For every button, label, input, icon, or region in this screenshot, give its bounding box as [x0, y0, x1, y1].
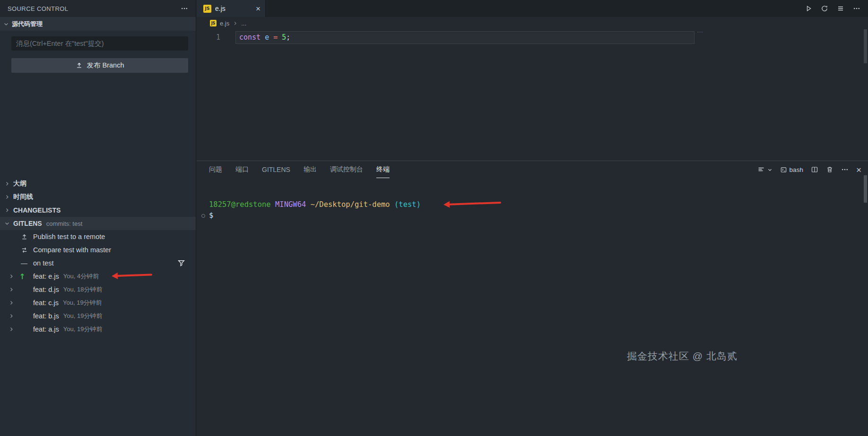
terminal-path: ~/Desktop/git-demo — [311, 200, 390, 209]
bottom-panel: 问题 端口 GITLENS 输出 调试控制台 终端 — [197, 161, 868, 436]
commit-message-input[interactable] — [11, 36, 188, 51]
code-line: const e = 5; — [239, 33, 290, 42]
section-description: commits: test — [46, 220, 83, 227]
commit-row[interactable]: feat: c.js You, 19分钟前 — [0, 296, 196, 309]
more-actions-icon[interactable] — [841, 166, 849, 173]
line-number: 1 — [216, 33, 220, 42]
chevron-right-icon — [8, 313, 15, 319]
commit-label: feat: c.js — [33, 299, 59, 307]
panel-tab-terminal[interactable]: 终端 — [376, 161, 390, 178]
section-label: 时间线 — [13, 193, 33, 201]
vscode-window: SOURCE CONTROL 源代码管理 发布 Branch — [0, 0, 868, 436]
chevron-down-icon — [3, 21, 9, 27]
filter-icon[interactable] — [177, 259, 185, 267]
source-control-sidebar: SOURCE CONTROL 源代码管理 发布 Branch — [0, 0, 196, 436]
editor-region: JS e.js × JS e.js — [197, 0, 868, 436]
trash-icon[interactable] — [826, 166, 833, 173]
scm-section-header[interactable]: 源代码管理 — [0, 17, 196, 31]
dash-icon: — — [20, 259, 28, 267]
commit-row[interactable]: feat: b.js You, 19分钟前 — [0, 309, 196, 323]
list-item-label: Publish test to a remote — [33, 233, 105, 240]
panel-tab-output[interactable]: 输出 — [304, 161, 317, 178]
commit-row[interactable]: feat: a.js You, 19分钟前 — [0, 323, 196, 336]
history-icon[interactable] — [821, 5, 828, 12]
section-label: CHANGELISTS — [13, 206, 61, 214]
tab-label: e.js — [215, 5, 226, 12]
terminal-user-host: 18257@redstone — [209, 200, 271, 209]
chevron-right-icon — [233, 21, 238, 26]
editor-actions — [805, 0, 868, 17]
commit-description: You, 19分钟前 — [63, 325, 103, 333]
publish-branch-button[interactable]: 发布 Branch — [11, 58, 188, 73]
gitlens-publish-item[interactable]: Publish test to a remote — [0, 230, 196, 243]
cloud-upload-icon — [20, 233, 28, 240]
section-label: 大纲 — [13, 180, 26, 188]
watermark: 掘金技术社区 @ 北岛贰 — [627, 350, 738, 363]
list-item-label: Compare test with master — [33, 246, 111, 254]
section-label: GITLENS — [13, 220, 42, 227]
split-terminal-icon[interactable] — [811, 166, 818, 173]
current-line-highlight — [235, 31, 694, 44]
commit-row[interactable]: feat: d.js You, 18分钟前 — [0, 283, 196, 296]
close-tab-icon[interactable]: × — [256, 5, 260, 13]
breadcrumb-more[interactable]: ... — [241, 20, 246, 27]
editor-scrollbar[interactable] — [864, 29, 867, 63]
sidebar-titlebar: SOURCE CONTROL — [0, 0, 196, 17]
panel-header: 问题 端口 GITLENS 输出 调试控制台 终端 — [197, 161, 868, 178]
arrow-shaft — [449, 202, 501, 205]
chevron-right-icon — [3, 194, 11, 200]
breadcrumb[interactable]: JS e.js ... — [197, 17, 868, 29]
terminal-launch-dropdown[interactable] — [757, 166, 773, 173]
terminal-prompt: $ — [209, 211, 213, 220]
terminal-input-line: $ — [209, 210, 868, 221]
editor-overflow-hint: ⋯ — [697, 28, 703, 35]
commit-row[interactable]: ↑ feat: e.js You, 4分钟前 — [0, 270, 196, 283]
panel-tab-gitlens[interactable]: GITLENS — [262, 161, 290, 178]
terminal-branch: (test) — [394, 200, 421, 209]
commit-description: You, 18分钟前 — [63, 285, 103, 294]
terminal-output[interactable]: 18257@redstone MINGW64 ~/Desktop/git-dem… — [197, 178, 868, 221]
terminal-icon — [780, 166, 787, 173]
js-file-icon: JS — [210, 20, 217, 26]
commit-label: feat: d.js — [33, 286, 59, 293]
sidebar-section-gitlens[interactable]: GITLENS commits: test — [0, 217, 196, 230]
code-operator: = — [273, 33, 278, 42]
annotation-arrow-commit — [112, 272, 152, 280]
compare-icon — [20, 247, 28, 254]
chevron-down-icon — [767, 167, 773, 172]
arrow-shaft — [117, 274, 152, 277]
panel-tabs: 问题 端口 GITLENS 输出 调试控制台 终端 — [209, 161, 390, 178]
code-area[interactable]: 1 const e = 5; ⋯ — [197, 29, 868, 161]
editor-tab-ejs[interactable]: JS e.js × — [197, 0, 266, 17]
code-semicolon: ; — [286, 33, 290, 42]
sidebar-section-timeline[interactable]: 时间线 — [0, 190, 196, 204]
panel-tab-debug-console[interactable]: 调试控制台 — [330, 161, 363, 178]
panel-actions: bash × — [757, 165, 861, 174]
terminal-instance-bash[interactable]: bash — [780, 166, 803, 173]
run-button[interactable] — [805, 5, 812, 12]
scm-section-label: 源代码管理 — [12, 20, 43, 28]
sidebar-more-actions-icon[interactable] — [181, 5, 188, 12]
chevron-right-icon — [8, 326, 15, 332]
close-panel-icon[interactable]: × — [856, 165, 861, 174]
panel-tab-problems[interactable]: 问题 — [209, 161, 222, 178]
chevron-right-icon — [8, 287, 15, 292]
code-variable: e — [265, 33, 269, 42]
commit-description: You, 19分钟前 — [63, 312, 103, 320]
command-decoration-icon — [201, 214, 205, 218]
list-item-label: on test — [33, 259, 54, 267]
breadcrumb-file[interactable]: e.js — [220, 20, 229, 27]
panel-tab-ports[interactable]: 端口 — [235, 161, 249, 178]
more-actions-icon[interactable] — [853, 5, 860, 12]
chevron-right-icon — [3, 207, 11, 213]
chevron-right-icon — [8, 274, 15, 279]
terminal-list-icon — [757, 166, 765, 173]
sidebar-section-changelists[interactable]: CHANGELISTS — [0, 204, 196, 217]
branch-ahead-icon: ↑ — [19, 272, 25, 281]
gitlens-compare-item[interactable]: Compare test with master — [0, 243, 196, 256]
panel-scrollbar[interactable] — [864, 175, 867, 203]
menu-icon[interactable] — [837, 5, 844, 12]
gitlens-current-branch-item[interactable]: — on test — [0, 256, 196, 270]
sidebar-section-outline[interactable]: 大纲 — [0, 177, 196, 190]
code-keyword: const — [239, 33, 260, 42]
